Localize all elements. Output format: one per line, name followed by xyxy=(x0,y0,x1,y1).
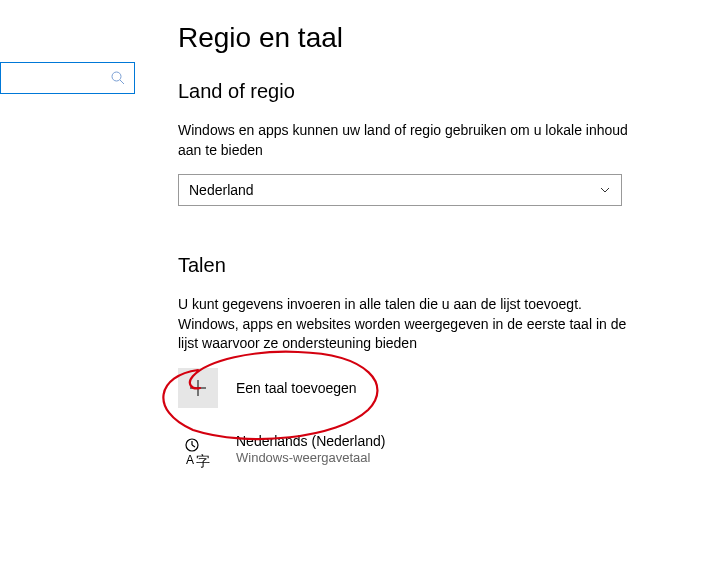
region-dropdown[interactable]: Nederland xyxy=(178,174,622,206)
language-item[interactable]: A 字 Nederlands (Nederland) Windows-weerg… xyxy=(178,428,638,476)
language-subtitle: Windows-weergavetaal xyxy=(236,450,385,467)
language-clock-char-icon: A 字 xyxy=(182,436,214,468)
region-section-header: Land of regio xyxy=(178,80,638,103)
region-selected-value: Nederland xyxy=(189,182,254,198)
region-description: Windows en apps kunnen uw land of regio … xyxy=(178,121,638,160)
plus-button-box xyxy=(178,368,218,408)
language-name: Nederlands (Nederland) xyxy=(236,432,385,450)
svg-text:A: A xyxy=(186,453,194,467)
svg-line-1 xyxy=(120,80,124,84)
search-input[interactable] xyxy=(0,62,135,94)
plus-icon xyxy=(189,379,207,397)
svg-text:字: 字 xyxy=(196,453,210,468)
add-language-button[interactable]: Een taal toevoegen xyxy=(178,368,638,408)
language-icon-box: A 字 xyxy=(178,432,218,472)
search-icon xyxy=(110,70,126,86)
add-language-label: Een taal toevoegen xyxy=(236,380,357,396)
languages-description: U kunt gegevens invoeren in alle talen d… xyxy=(178,295,638,354)
page-title: Regio en taal xyxy=(178,22,638,54)
languages-section-header: Talen xyxy=(178,254,638,277)
svg-point-0 xyxy=(112,72,121,81)
svg-line-6 xyxy=(192,445,195,447)
chevron-down-icon xyxy=(599,184,611,196)
